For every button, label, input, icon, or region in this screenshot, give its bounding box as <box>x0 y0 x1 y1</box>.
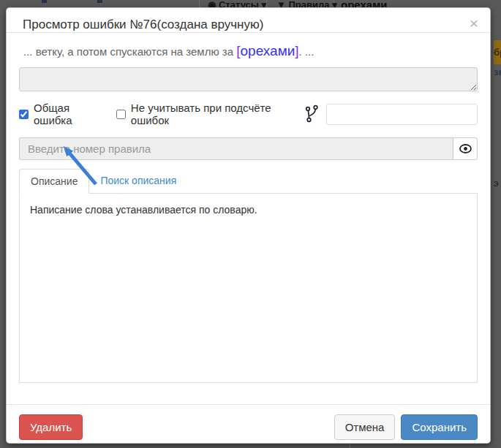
background-text-fragment <box>97 0 102 3</box>
error-view-modal: Просмотр ошибки №76(создана вручную) × .… <box>6 7 491 444</box>
general-error-label-text: Общая ошибка <box>34 102 101 126</box>
error-word: орехами <box>241 43 295 58</box>
general-error-checkbox-label[interactable]: Общая ошибка <box>19 102 101 126</box>
background-column-divider <box>199 0 200 7</box>
rule-input-group <box>19 137 478 160</box>
rule-number-input[interactable] <box>19 137 453 160</box>
ignore-count-checkbox-label[interactable]: Не учитывать при подсчёте ошибок <box>116 102 289 126</box>
background-text-fragment <box>42 0 47 3</box>
statuses-dropdown-button: ◉ Статусы ▾ <box>208 0 266 7</box>
delete-button[interactable]: Удалить <box>19 414 83 440</box>
rules-dropdown-button: ▼ Правила ▾ <box>276 0 337 7</box>
tab-list: Описание Поиск описания <box>19 169 478 193</box>
error-context-sentence: ... ветку, а потом спускаются на землю з… <box>19 39 478 61</box>
background-column-divider <box>266 0 267 7</box>
ignore-count-checkbox[interactable] <box>116 109 126 120</box>
checkbox-row: Общая ошибка Не учитывать при подсчёте о… <box>19 104 478 124</box>
modal-header: Просмотр ошибки №76(создана вручную) × <box>7 8 490 33</box>
branch-input[interactable] <box>326 104 478 125</box>
description-text: Написание слова устанавливается по слова… <box>30 204 257 216</box>
statuses-dropdown-label: Статусы <box>219 0 259 7</box>
modal-footer: Удалить Отмена Сохранить <box>7 404 490 447</box>
modal-title: Просмотр ошибки №76(создана вручную) <box>23 18 474 32</box>
background-orange-highlight: бр <box>494 40 501 64</box>
tab-description[interactable]: Описание <box>19 169 89 194</box>
background-page-right-edge: бр зк э <box>492 0 501 448</box>
footer-right-group: Отмена Сохранить <box>334 414 478 440</box>
cancel-button[interactable]: Отмена <box>334 414 396 440</box>
background-text-fragment: зк <box>494 67 501 77</box>
modal-body: ... ветку, а потом спускаются на землю з… <box>7 33 490 383</box>
background-text-fragment: э <box>494 178 499 189</box>
description-tabs: Описание Поиск описания Написание слова … <box>19 169 478 383</box>
view-rule-button[interactable] <box>453 137 478 160</box>
sentence-after: . ... <box>299 45 314 58</box>
caret-down-icon: ▾ <box>262 0 267 7</box>
eye-icon <box>459 144 472 153</box>
background-highlighted-word: орехами <box>341 0 387 7</box>
description-panel: Написание слова устанавливается по слова… <box>19 193 478 383</box>
general-error-checkbox[interactable] <box>19 109 29 120</box>
save-button[interactable]: Сохранить <box>401 414 478 440</box>
filter-icon: ▼ <box>276 0 286 7</box>
eye-status-icon: ◉ <box>208 0 216 7</box>
code-fork-icon <box>304 105 319 124</box>
close-icon[interactable]: × <box>470 15 478 31</box>
comment-textarea[interactable] <box>19 67 478 91</box>
caret-down-icon: ▾ <box>332 0 337 7</box>
sentence-before: ... ветку, а потом спускаются на землю з… <box>23 45 236 58</box>
tab-search-description[interactable]: Поиск описания <box>89 169 187 193</box>
ignore-count-label-text: Не учитывать при подсчёте ошибок <box>131 102 289 126</box>
rules-dropdown-label: Правила <box>289 0 330 7</box>
background-page-top: ◉ Статусы ▾ ▼ Правила ▾ орехами <box>0 0 501 7</box>
